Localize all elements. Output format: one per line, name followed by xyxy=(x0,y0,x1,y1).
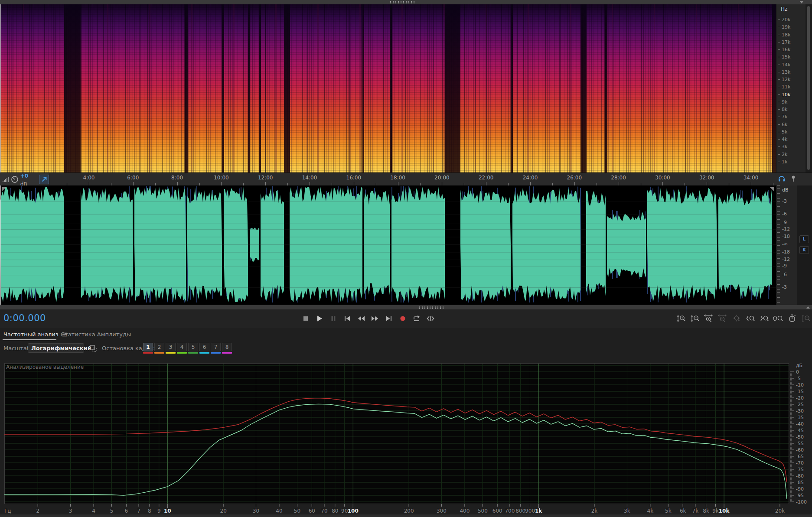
stop-button[interactable] xyxy=(301,312,310,325)
amplitude-db-label: -18 xyxy=(782,234,790,239)
snapshot-button-6[interactable]: 6 xyxy=(199,343,209,354)
snapshot-button-4[interactable]: 4 xyxy=(177,343,187,354)
x-axis-tick-label: 20 xyxy=(220,508,227,514)
playhead-time-display[interactable]: 0:00.000 xyxy=(3,313,46,323)
panel-menu-caret-icon[interactable] xyxy=(800,1,803,3)
zoom-out-vertical-button[interactable] xyxy=(689,312,701,325)
rewind-button[interactable] xyxy=(356,312,366,325)
scale-select[interactable]: Логарифмический xyxy=(28,343,84,353)
zoom-out-point-icon xyxy=(760,314,769,323)
spectral-frequency-scale: Hz 20k19k18k17k16k15k14k13k12k11k10k9k8k… xyxy=(776,4,806,172)
zoom-in-point-button[interactable] xyxy=(745,312,756,325)
vertical-scrollbar[interactable] xyxy=(805,4,812,172)
channel-badge-right[interactable]: K xyxy=(799,246,809,254)
spectrogram-silence-gap xyxy=(248,4,250,172)
snapshot-button-5[interactable]: 5 xyxy=(188,343,198,354)
play-button[interactable] xyxy=(315,312,324,325)
amplitude-db-label: -9 xyxy=(782,220,787,225)
timeline-label: 12:00 xyxy=(258,175,273,181)
zoom-in-vertical-button[interactable] xyxy=(675,312,687,325)
hz-scale-label: 15k xyxy=(782,55,790,59)
x-axis-tick-label: 3k xyxy=(624,508,630,514)
zoom-duration-button[interactable] xyxy=(786,312,798,325)
snapshot-button-8[interactable]: 8 xyxy=(222,343,232,354)
timeline-label: 10:00 xyxy=(214,175,229,181)
hz-scale-label: 14k xyxy=(782,62,790,67)
x-axis-tick-label: 8k xyxy=(703,508,709,514)
zoom-full-icon xyxy=(801,314,811,323)
spectrogram-silence-gap xyxy=(185,4,188,172)
skip-to-start-button[interactable] xyxy=(342,312,352,325)
hz-scale-label: 6k xyxy=(782,122,787,127)
monitor-headphones-icon[interactable] xyxy=(778,175,786,182)
x-axis-tick-label: 2 xyxy=(36,508,39,514)
zoom-out-point-button[interactable] xyxy=(759,312,770,325)
scroll-up-icon[interactable] xyxy=(806,306,810,309)
zoom-out-horizontal-button[interactable] xyxy=(717,312,728,325)
y-axis-tick-label: -20 xyxy=(796,395,804,401)
loop-playback-button[interactable] xyxy=(412,312,421,325)
pin-icon[interactable] xyxy=(791,175,796,182)
snapshot-button-1[interactable]: 1 xyxy=(143,343,153,354)
timeline-label: 26:00 xyxy=(567,175,582,181)
hz-scale-label: 20k xyxy=(782,17,790,22)
zoom-in-horizontal-button[interactable] xyxy=(703,312,714,325)
snap-toggle-button[interactable] xyxy=(39,175,49,184)
timeline-ruler[interactable]: 4:006:008:0010:0012:0014:0016:0018:0020:… xyxy=(49,173,776,186)
timeline-label: 22:00 xyxy=(479,175,494,181)
spectrogram-display[interactable] xyxy=(0,4,776,172)
hz-scale-label: 13k xyxy=(782,70,790,75)
playhead-line xyxy=(0,4,1,172)
y-axis-tick-label: -25 xyxy=(796,402,804,407)
skip-selection-button[interactable] xyxy=(426,312,435,325)
analysis-controls: Масштаб: Логарифмический Остановка кадра… xyxy=(0,341,812,356)
scrollbar-handle[interactable] xyxy=(807,6,810,170)
zoom-reset-button[interactable] xyxy=(731,312,742,325)
snapshot-button-7[interactable]: 7 xyxy=(211,343,221,354)
loop-playback-icon xyxy=(413,315,421,322)
x-axis-tick-label: 70 xyxy=(321,508,327,514)
x-axis-tick-label: 500 xyxy=(478,508,488,514)
hz-scale-label: 12k xyxy=(782,77,790,82)
amplitude-db-label: -18 xyxy=(782,250,790,254)
waveform-drag-handle[interactable] xyxy=(418,306,444,309)
frequency-analysis-plot[interactable]: Гц23456789102030405060708090100200300400… xyxy=(0,356,812,517)
timeline-label: 32:00 xyxy=(699,175,714,181)
pause-icon xyxy=(330,315,336,322)
waveform-display[interactable] xyxy=(0,185,776,305)
gain-knob-icon[interactable] xyxy=(11,176,18,183)
gain-value[interactable]: +0 xyxy=(20,173,28,179)
fade-out-handle-icon[interactable] xyxy=(770,187,774,192)
channel-badge-left[interactable]: L xyxy=(799,235,809,243)
bottom-strip xyxy=(0,514,812,517)
snapshot-button-3[interactable]: 3 xyxy=(166,343,176,354)
snapshot-number: 3 xyxy=(166,343,176,351)
pause-button[interactable] xyxy=(329,312,338,325)
skip-to-end-button[interactable] xyxy=(384,312,394,325)
copy-graph-button[interactable] xyxy=(88,344,98,353)
fade-in-handle-icon[interactable] xyxy=(2,187,6,192)
snapshot-button-2[interactable]: 2 xyxy=(154,343,164,354)
spectrogram-silence-gap xyxy=(772,4,776,172)
record-icon xyxy=(399,315,406,322)
fast-forward-button[interactable] xyxy=(370,312,380,325)
panel-drag-handle[interactable] xyxy=(389,1,414,3)
tab-frequency-analysis[interactable]: Частотный анализ xyxy=(3,331,68,338)
amplitude-db-label: -3 xyxy=(782,199,787,204)
timeline-tick xyxy=(89,182,89,185)
stop-icon xyxy=(303,315,309,322)
tab-label: Частотный анализ xyxy=(3,331,59,338)
record-button[interactable] xyxy=(398,312,408,325)
zoom-in-vertical-icon xyxy=(676,314,686,323)
spectrogram-silence-gap xyxy=(222,4,224,172)
tab-amplitude-statistics[interactable]: Статистика Амплитуды xyxy=(61,331,131,338)
play-icon xyxy=(316,315,323,322)
timeline-label: 14:00 xyxy=(302,175,317,181)
y-axis-tick-label: -55 xyxy=(796,441,804,446)
hz-scale-label: 8k xyxy=(782,107,787,112)
x-axis-tick-label: 9k xyxy=(712,508,719,514)
zoom-full-button[interactable] xyxy=(800,312,812,325)
zoom-buttons xyxy=(675,312,812,325)
zoom-selection-button[interactable] xyxy=(773,312,784,325)
y-axis-unit: дБ xyxy=(796,363,802,368)
